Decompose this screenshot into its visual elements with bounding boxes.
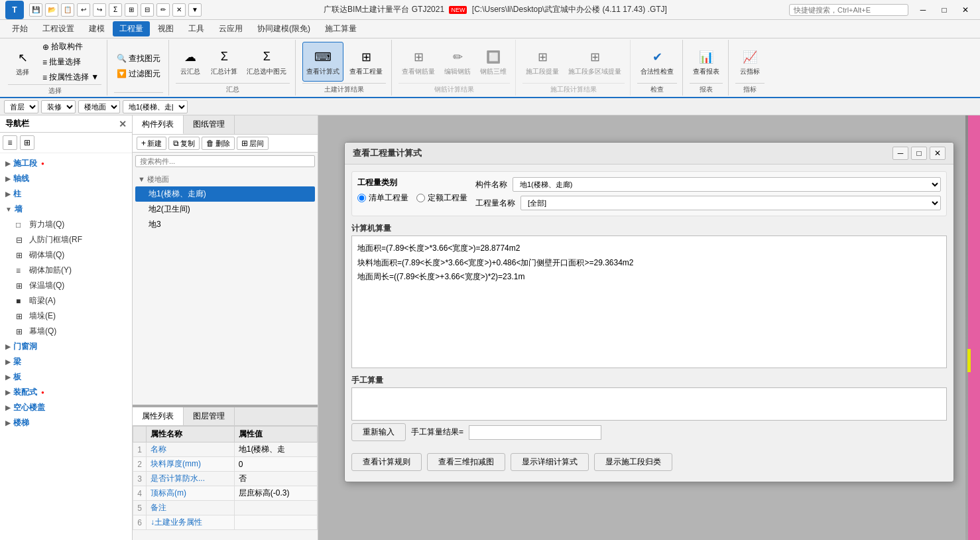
dialog-maximize-btn[interactable]: □ bbox=[911, 147, 927, 160]
quick-access-8[interactable]: ⊟ bbox=[141, 3, 154, 17]
nav-item-civil-defense[interactable]: ⊟ 人防门框墙(RF bbox=[3, 232, 129, 247]
view-select[interactable]: 楼地面 bbox=[78, 100, 120, 113]
ribbon-btn-select[interactable]: ↖ 选择 bbox=[8, 42, 37, 82]
show-phase-btn[interactable]: 显示施工段归类 bbox=[594, 453, 672, 471]
ribbon-btn-view-quantity[interactable]: ⊞ 查看工程量 bbox=[346, 42, 386, 82]
manual-result-input[interactable] bbox=[469, 425, 601, 440]
ribbon-btn-attr-select[interactable]: ≡ 按属性选择 ▼ bbox=[40, 70, 101, 84]
search-component-input[interactable] bbox=[135, 155, 315, 167]
nav-item-masonry[interactable]: ⊞ 砌体墙(Q) bbox=[3, 247, 129, 263]
nav-item-wall[interactable]: ▼ 墙 bbox=[3, 202, 129, 217]
quantity-name-select[interactable]: [全部] bbox=[521, 196, 941, 210]
nav-item-opening[interactable]: ▶ 门窗洞 bbox=[3, 339, 129, 354]
ribbon-group-civil: ⌨ 查看计算式 ⊞ 查看工程量 土建计算结果 bbox=[297, 40, 392, 96]
menu-model[interactable]: 建模 bbox=[82, 21, 111, 36]
ribbon-btn-select-sum[interactable]: Σ 汇总选中图元 bbox=[243, 42, 290, 82]
floor-select[interactable]: 首层 bbox=[4, 100, 38, 113]
tab-property[interactable]: 属性列表 bbox=[133, 407, 184, 425]
ribbon-btn-pick[interactable]: ⊕ 拾取构件 bbox=[40, 40, 101, 54]
ribbon-btn-cloud-sum[interactable]: ☁ 云汇总 bbox=[176, 42, 205, 82]
nav-item-prefab[interactable]: ▶ 装配式 ● bbox=[3, 385, 129, 400]
radio-quota[interactable]: 定额工程量 bbox=[416, 192, 467, 204]
nav-item-masonry-rebar[interactable]: ≡ 砌体加筋(Y) bbox=[3, 263, 129, 278]
nav-item-column[interactable]: ▶ 柱 bbox=[3, 186, 129, 202]
ribbon-btn-view-report[interactable]: 📊 查看报表 bbox=[690, 42, 723, 82]
view-3d-btn[interactable]: 查看三维扣减图 bbox=[427, 453, 505, 471]
ribbon-btn-rebar-3d: 🔲 钢筋三维 bbox=[477, 42, 510, 82]
ribbon-btn-legality[interactable]: ✔ 合法性检查 bbox=[637, 42, 677, 82]
show-detail-btn[interactable]: 显示详细计算式 bbox=[511, 453, 589, 471]
nav-close-btn[interactable]: ✕ bbox=[119, 119, 127, 129]
quick-access-9[interactable]: ✏ bbox=[156, 3, 170, 17]
nav-item-slab[interactable]: ▶ 板 bbox=[3, 370, 129, 385]
copy-component-btn[interactable]: ⧉复制 bbox=[168, 137, 200, 150]
nav-item-phase[interactable]: ▶ 施工段 ● bbox=[3, 156, 129, 171]
menu-quantity[interactable]: 工程量 bbox=[113, 21, 150, 36]
comp-item-floor3[interactable]: 地3 bbox=[135, 217, 315, 232]
decoration-select[interactable]: 装修 bbox=[41, 100, 76, 113]
manual-input-box[interactable] bbox=[351, 387, 947, 421]
ribbon-btn-calc-sum[interactable]: Σ 汇总计算 bbox=[208, 42, 241, 82]
re-input-btn[interactable]: 重新输入 bbox=[351, 423, 406, 441]
menu-tools[interactable]: 工具 bbox=[182, 21, 211, 36]
close-button[interactable]: ✕ bbox=[956, 3, 975, 17]
menu-cloud[interactable]: 云应用 bbox=[212, 21, 249, 36]
quick-access-3[interactable]: 📋 bbox=[61, 3, 74, 17]
quick-access-10[interactable]: ✕ bbox=[172, 3, 186, 17]
quick-access-2[interactable]: 📂 bbox=[45, 3, 58, 17]
component-list-section: 构件列表 图纸管理 +新建 ⧉复制 🗑删除 ⊞层间 ▼ 楼地面 bbox=[133, 115, 318, 407]
nav-item-axis[interactable]: ▶ 轴线 bbox=[3, 171, 129, 186]
menu-collab[interactable]: 协同建模(限免) bbox=[251, 21, 317, 36]
radio-bill[interactable]: 清单工程量 bbox=[357, 192, 408, 204]
radio-bill-input[interactable] bbox=[357, 194, 366, 202]
quick-access-5[interactable]: ↪ bbox=[93, 3, 106, 17]
nav-list-view-btn[interactable]: ≡ bbox=[3, 135, 17, 150]
dialog-close-btn[interactable]: ✕ bbox=[930, 147, 946, 160]
radio-quota-input[interactable] bbox=[416, 194, 425, 202]
quick-access-4[interactable]: ↩ bbox=[77, 3, 90, 17]
ribbon-btn-batch[interactable]: ≡ 批量选择 bbox=[40, 55, 101, 69]
location-select[interactable]: 地1(楼梯、走| bbox=[123, 100, 188, 113]
menu-view[interactable]: 视图 bbox=[151, 21, 180, 36]
menu-start[interactable]: 开始 bbox=[5, 21, 34, 36]
manual-section: 手工算量 重新输入 手工算量结果= bbox=[351, 373, 947, 444]
comp-item-floor1[interactable]: 地1(楼梯、走廊) bbox=[135, 186, 315, 202]
prefab-arrow-icon: ▶ bbox=[5, 389, 11, 396]
new-component-btn[interactable]: +新建 bbox=[137, 137, 166, 150]
minimize-button[interactable]: ─ bbox=[914, 3, 932, 17]
menu-construction[interactable]: 施工算量 bbox=[318, 21, 363, 36]
ribbon-btn-view-formula[interactable]: ⌨ 查看计算式 bbox=[302, 42, 343, 82]
comp-item-floor2[interactable]: 地2(卫生间) bbox=[135, 202, 315, 217]
delete-component-btn[interactable]: 🗑删除 bbox=[202, 137, 235, 150]
radio-quota-label: 定额工程量 bbox=[428, 192, 467, 204]
tab-component-list[interactable]: 构件列表 bbox=[133, 115, 184, 134]
nav-item-beam[interactable]: ▶ 梁 bbox=[3, 354, 129, 370]
dialog-minimize-btn[interactable]: ─ bbox=[892, 147, 908, 160]
quick-access-11[interactable]: ▼ bbox=[188, 3, 202, 17]
nav-item-curtain[interactable]: ⊞ 幕墙(Q) bbox=[3, 324, 129, 339]
quick-access-1[interactable]: 💾 bbox=[29, 3, 42, 17]
menu-settings[interactable]: 工程设置 bbox=[36, 21, 81, 36]
floor-icon: ⊞ bbox=[241, 139, 248, 148]
tab-drawing-mgmt[interactable]: 图纸管理 bbox=[184, 115, 235, 134]
global-search-input[interactable] bbox=[789, 4, 908, 16]
maximize-button[interactable]: □ bbox=[935, 3, 953, 17]
nav-item-hollow[interactable]: ▶ 空心楼盖 bbox=[3, 400, 129, 415]
view-calc-rule-btn[interactable]: 查看计算规则 bbox=[351, 453, 422, 471]
ribbon-btn-find[interactable]: 🔍 查找图元 bbox=[114, 52, 163, 66]
quick-access-6[interactable]: Σ bbox=[109, 3, 122, 17]
nav-item-stair[interactable]: ▶ 楼梯 bbox=[3, 415, 129, 431]
component-name-select[interactable]: 地1(楼梯、走廊) bbox=[513, 177, 941, 192]
nav-item-shear-wall[interactable]: □ 剪力墙(Q) bbox=[3, 217, 129, 232]
quick-access-7[interactable]: ⊞ bbox=[125, 3, 138, 17]
ribbon-btn-filter[interactable]: 🔽 过滤图元 bbox=[114, 67, 163, 81]
section-floor: ▼ 楼地面 bbox=[135, 172, 315, 186]
floor-inter-btn[interactable]: ⊞层间 bbox=[237, 137, 269, 150]
nav-item-insulation[interactable]: ⊞ 保温墙(Q) bbox=[3, 278, 129, 293]
app-title: 广联达BIM土建计量平台 GTJ2021 NEW [C:\Users\li\De… bbox=[202, 4, 789, 15]
nav-item-wall-buttress[interactable]: ⊞ 墙垛(E) bbox=[3, 308, 129, 324]
nav-grid-view-btn[interactable]: ⊞ bbox=[20, 135, 34, 150]
nav-item-hidden-beam[interactable]: ■ 暗梁(A) bbox=[3, 293, 129, 308]
ribbon-btn-cloud-index[interactable]: 📈 云指标 bbox=[735, 42, 765, 82]
tab-layer-mgmt[interactable]: 图层管理 bbox=[184, 407, 235, 425]
